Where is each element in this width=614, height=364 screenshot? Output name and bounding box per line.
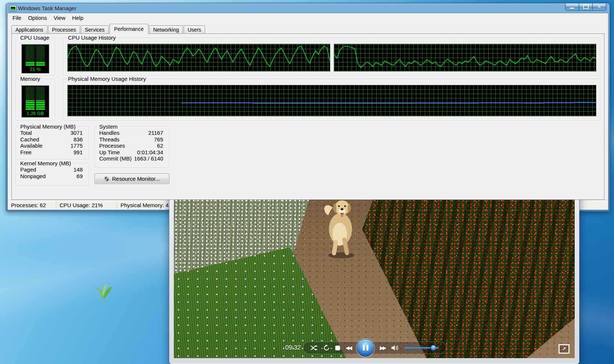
table-row: Free991 [16, 149, 89, 156]
memory-history-graph [67, 85, 596, 116]
tabstrip: Applications Processes Services Performa… [8, 23, 608, 33]
resource-monitor-label: Resource Monitor... [112, 176, 160, 182]
task-manager-body: File Options View Help Applications Proc… [7, 13, 608, 210]
tab-performance[interactable]: Performance [109, 24, 148, 34]
pause-button[interactable] [357, 339, 374, 357]
physical-memory-title: Physical Memory (MB) [19, 123, 77, 130]
task-manager-titlebar[interactable]: Windows Task Manager ✕ [6, 3, 610, 13]
task-manager-icon [10, 5, 17, 11]
table-row: Available1775 [16, 143, 89, 149]
system-group: System Handles21167 Threads765 Processes… [94, 126, 169, 167]
dog-running-on-path [318, 190, 364, 265]
desktop: Windows Task Manager ✕ File Options View… [0, 0, 614, 364]
cpu-usage-meter: 21 % [21, 44, 49, 73]
task-manager-window: Windows Task Manager ✕ File Options View… [6, 3, 610, 212]
uac-shield-icon [104, 176, 109, 182]
maximize-button[interactable] [579, 3, 593, 11]
menu-options[interactable]: Options [25, 14, 50, 22]
cpu-usage-label: CPU Usage [19, 35, 51, 41]
resource-monitor-button[interactable]: Resource Monitor... [94, 173, 169, 184]
menu-file[interactable]: File [9, 14, 25, 22]
cpu-history-label: CPU Usage History [67, 35, 117, 41]
table-row: Total3071 [16, 130, 89, 136]
tab-networking[interactable]: Networking [149, 25, 183, 34]
close-icon: ✕ [597, 4, 602, 10]
playback-controls: ◀◀ ▶▶ [302, 342, 446, 354]
tab-processes[interactable]: Processes [48, 25, 80, 34]
tab-applications[interactable]: Applications [11, 25, 47, 34]
table-row: Handles21167 [95, 130, 169, 136]
close-button[interactable]: ✕ [592, 3, 606, 11]
cpu-history-graph-core1 [67, 44, 330, 72]
pause-icon [363, 345, 365, 351]
minimize-icon [570, 8, 574, 9]
status-processes: Processes: 62 [8, 202, 56, 209]
wallpaper-leaf-motif [91, 276, 117, 303]
performance-tab-page: CPU Usage 21 % CPU Usage History [11, 33, 604, 200]
table-row: Up Time0:01:04:34 [95, 149, 169, 156]
window-title: Windows Task Manager [18, 5, 76, 11]
fullscreen-button[interactable]: ↗ [559, 344, 570, 354]
memory-label: Memory [19, 76, 42, 82]
stop-button[interactable] [335, 346, 340, 350]
rewind-button[interactable]: ◀◀ [345, 345, 351, 351]
cpu-usage-value: 21 % [22, 66, 49, 73]
memory-value: 1.26 GB [22, 110, 49, 117]
repeat-button[interactable] [323, 345, 330, 351]
memory-meter: 1.26 GB [21, 85, 49, 118]
memory-group: Memory 1.26 GB [15, 79, 55, 120]
table-row: Threads765 [95, 136, 169, 143]
menu-help[interactable]: Help [69, 14, 87, 22]
table-row: Nonpaged69 [16, 173, 89, 180]
volume-knob[interactable] [430, 345, 436, 351]
elapsed-time: 09:32 [285, 344, 301, 352]
table-row: Processes62 [95, 143, 169, 149]
table-row: Commit (MB)1663 / 6140 [95, 155, 169, 162]
table-row: Paged148 [16, 166, 89, 173]
kernel-memory-title: Kernel Memory (MB) [19, 160, 72, 166]
status-cpu-usage: CPU Usage: 21% [56, 202, 117, 209]
menubar: File Options View Help [8, 13, 608, 23]
cpu-history-group: CPU Usage History [63, 37, 600, 76]
minimize-button[interactable] [565, 3, 579, 11]
cpu-history-graph-core2 [334, 44, 597, 72]
mute-button[interactable] [391, 345, 399, 351]
volume-fill [405, 347, 433, 349]
cpu-usage-group: CPU Usage 21 % [15, 37, 55, 76]
physical-memory-group: Physical Memory (MB) Total3071 Cached836… [15, 126, 89, 159]
menu-view[interactable]: View [50, 14, 69, 22]
kernel-memory-group: Kernel Memory (MB) Paged148 Nonpaged69 [15, 163, 89, 186]
system-title: System [98, 123, 119, 130]
stop-icon [335, 346, 340, 350]
memory-history-label: Physical Memory Usage History [67, 76, 148, 82]
shuffle-button[interactable] [310, 345, 317, 350]
fast-forward-button[interactable]: ▶▶ [380, 345, 386, 351]
table-row: Cached836 [16, 136, 89, 143]
maximize-icon [583, 4, 589, 9]
tab-services[interactable]: Services [81, 25, 109, 34]
volume-slider[interactable] [405, 347, 438, 349]
tab-users[interactable]: Users [184, 25, 205, 34]
memory-history-group: Physical Memory Usage History [63, 79, 600, 120]
